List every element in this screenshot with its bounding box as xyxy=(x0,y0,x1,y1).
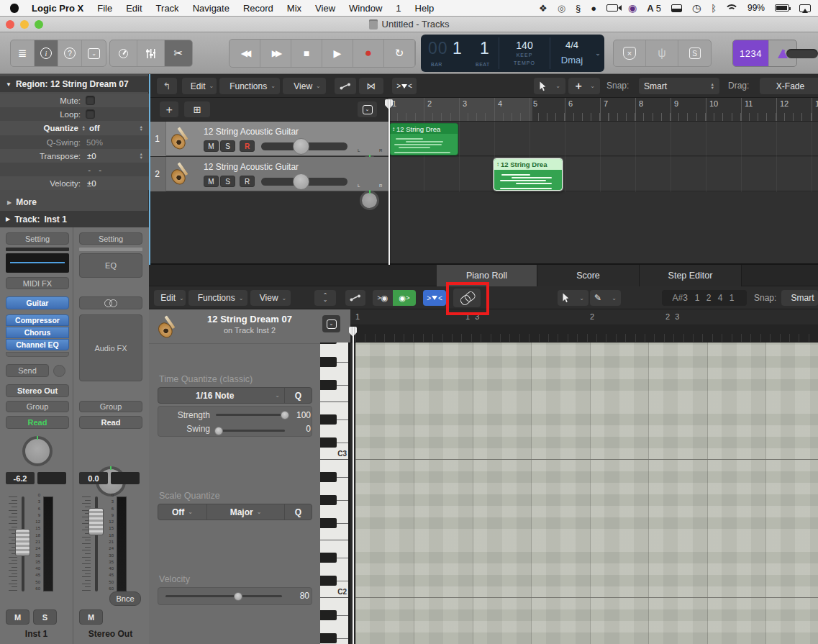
strip1-plugin-compressor[interactable]: Compressor xyxy=(6,314,69,326)
strip2-volume-value[interactable]: 0.0 xyxy=(79,472,108,484)
quantize-stepper[interactable]: ▲▼ xyxy=(82,125,86,132)
ruler-bar-4[interactable]: 4 xyxy=(494,98,530,122)
dropbox-icon[interactable]: ❖ xyxy=(539,3,547,14)
quantize-value[interactable]: off xyxy=(89,124,109,132)
menu-1[interactable]: 1 xyxy=(396,3,401,14)
strip1-eq-thumbnail[interactable] xyxy=(6,253,69,273)
strip1-plugin-chorus[interactable]: Chorus xyxy=(6,327,69,338)
editors-button[interactable]: ✂ xyxy=(165,40,192,66)
strip2-automation-button[interactable]: Read xyxy=(79,416,142,429)
drag-menu[interactable]: X-Fade xyxy=(760,78,818,94)
pr-pointer-tool-menu[interactable]: ⌄ xyxy=(558,290,588,306)
black-key[interactable] xyxy=(320,437,337,448)
strip1-output-button[interactable]: Stereo Out xyxy=(6,384,69,397)
ruler-bar-12[interactable]: 12 xyxy=(776,98,812,122)
black-key[interactable] xyxy=(320,518,337,528)
track-header-2[interactable]: 2 12 String Acoustic Guitar M S R L R xyxy=(149,157,388,191)
menu-track[interactable]: Track xyxy=(156,3,179,14)
stop-button[interactable]: ■ xyxy=(291,40,322,67)
strip2-eq-slot[interactable]: EQ xyxy=(79,253,142,278)
play-button[interactable]: ▶ xyxy=(322,40,353,67)
ruler-bar-13[interactable]: 13 xyxy=(812,98,818,122)
tracks-playhead[interactable] xyxy=(388,99,390,265)
record-button[interactable]: ● xyxy=(353,40,384,67)
no-input-monitoring-button[interactable]: × xyxy=(614,40,646,66)
solo-mode-button[interactable]: S xyxy=(678,40,711,66)
transpose-value[interactable]: ±0 xyxy=(87,152,107,160)
strip1-send-button[interactable]: Send xyxy=(6,364,49,377)
track-disclosure-icon[interactable]: ▶ xyxy=(6,216,10,222)
ruler-bar-1[interactable]: 1 xyxy=(388,98,424,122)
black-key[interactable] xyxy=(320,472,337,482)
pr-playhead[interactable] xyxy=(353,327,354,644)
strip1-group-button[interactable]: Group xyxy=(6,401,69,412)
track1-solo-button[interactable]: S xyxy=(220,140,235,152)
link-button[interactable] xyxy=(453,289,481,307)
strip1-empty-slot[interactable] xyxy=(6,352,69,357)
ruler-bar-5[interactable]: 5 xyxy=(530,98,565,122)
strip2-format-button[interactable] xyxy=(79,296,142,309)
black-key[interactable] xyxy=(320,553,337,563)
menu-view[interactable]: View xyxy=(315,3,335,14)
menu-edit[interactable]: Edit xyxy=(126,3,142,14)
pr-edit-menu[interactable]: Edit⌄ xyxy=(154,290,186,306)
section-icon[interactable]: § xyxy=(576,3,581,14)
tab-step-editor[interactable]: Step Editor xyxy=(640,265,742,286)
black-key[interactable] xyxy=(320,576,337,586)
pr-pencil-tool-menu[interactable]: ✎⌄ xyxy=(590,290,621,306)
ruler-bar-9[interactable]: 9 xyxy=(671,98,706,122)
time-machine-icon[interactable]: ◷ xyxy=(692,2,701,14)
strip2-name[interactable]: Stereo Out xyxy=(74,629,147,639)
time-quantize-menu[interactable]: 1/16 Note ⌄ Q xyxy=(158,387,312,404)
target-icon[interactable]: ◉ xyxy=(628,2,637,14)
menu-navigate[interactable]: Navigate xyxy=(193,3,230,14)
track2-pan-knob[interactable] xyxy=(360,191,379,210)
add-track-button[interactable]: ＋ xyxy=(160,101,178,117)
swing-slider[interactable] xyxy=(216,430,285,432)
cycle-button[interactable]: ↻ xyxy=(384,40,415,67)
pointer-tool-menu[interactable]: ⌄ xyxy=(534,78,565,94)
pr-functions-menu[interactable]: Functions⌄ xyxy=(188,290,247,306)
snap-menu[interactable]: Smart▲▼ xyxy=(639,78,719,94)
pr-ruler[interactable]: 11 322 3 xyxy=(350,309,818,325)
strip1-gain-bar[interactable] xyxy=(6,248,69,251)
strength-slider[interactable] xyxy=(216,414,285,416)
strip2-mute-button[interactable]: M xyxy=(79,609,103,625)
mute-checkbox[interactable] xyxy=(86,96,95,105)
ruler-bar-3[interactable]: 3 xyxy=(459,98,494,122)
menu-mix[interactable]: Mix xyxy=(287,3,301,14)
pr-automation-button[interactable] xyxy=(345,290,365,306)
secondary-tool-menu[interactable]: ＋⌄ xyxy=(568,78,600,94)
menu-window[interactable]: Window xyxy=(349,3,382,14)
strip2-bounce-button[interactable]: Bnce xyxy=(109,591,141,606)
rewind-button[interactable]: ◀◀ xyxy=(230,40,260,67)
bluetooth-icon[interactable]: ᛒ xyxy=(711,3,717,14)
track1-record-button[interactable]: R xyxy=(240,140,255,152)
display-icon[interactable] xyxy=(671,4,682,12)
track2-mute-button[interactable]: M xyxy=(204,176,219,187)
minimize-window-button[interactable] xyxy=(20,20,29,29)
tracks-edit-menu[interactable]: Edit⌄ xyxy=(182,78,217,94)
creative-cloud-icon[interactable]: ◎ xyxy=(558,3,565,14)
track2-volume-knob[interactable] xyxy=(293,173,309,190)
scale-root-menu[interactable]: Off⌄ xyxy=(158,504,207,520)
quantize-stepper-2[interactable]: ▲▼ xyxy=(140,125,143,132)
pr-tick-strip[interactable] xyxy=(350,325,818,343)
toolbar-button[interactable]: ⌄ xyxy=(82,40,106,66)
track-inspector-header[interactable]: ▶ Track: Inst 1 xyxy=(0,211,149,227)
zoom-window-button[interactable] xyxy=(35,20,43,29)
disclosure-triangle-icon[interactable]: ▼ xyxy=(6,81,12,88)
ruler-bar-11[interactable]: 11 xyxy=(741,98,776,122)
black-key[interactable] xyxy=(320,495,337,505)
scale-type-menu[interactable]: Major⌄ xyxy=(207,504,284,520)
pr-snap-menu[interactable]: Smart xyxy=(781,290,818,306)
pr-local-inspector-toggle[interactable]: ⌄ xyxy=(322,315,340,332)
app-menu[interactable]: Logic Pro X xyxy=(32,3,83,14)
loop-checkbox[interactable] xyxy=(86,109,95,119)
black-key[interactable] xyxy=(320,610,337,620)
quick-help-button[interactable]: ? xyxy=(58,40,82,66)
ruler-bar-6[interactable]: 6 xyxy=(565,98,600,122)
camera-icon[interactable] xyxy=(606,4,618,12)
ruler-bar-10[interactable]: 10 xyxy=(706,98,741,122)
strip1-midi-fx-slot[interactable]: MIDI FX xyxy=(6,277,69,289)
